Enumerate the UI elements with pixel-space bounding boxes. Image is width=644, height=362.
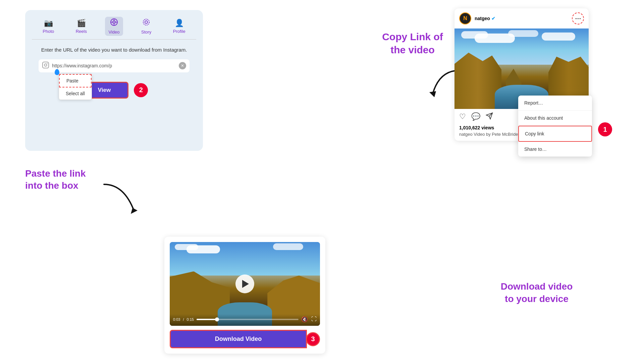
story-label: Story — [141, 29, 151, 35]
url-input-text[interactable]: https://www.instagram.com/p — [52, 63, 176, 68]
svg-rect-9 — [43, 62, 49, 68]
clear-input-btn[interactable]: ✕ — [179, 62, 186, 69]
svg-point-8 — [145, 21, 148, 23]
reels-icon: 🎬 — [77, 19, 86, 27]
play-triangle-icon — [242, 280, 249, 288]
story-icon — [142, 18, 150, 28]
dropdown-copy-link[interactable]: Copy link — [518, 126, 592, 142]
instagram-dropdown: Report… About this account Copy link Sha… — [518, 96, 592, 157]
progress-fill — [197, 319, 217, 320]
v-cloud-3 — [273, 243, 303, 250]
video-container: 0:03 / 0:15 🔇 ⛶ — [170, 242, 320, 326]
photo-label: Photo — [43, 29, 54, 34]
video-panel: 0:03 / 0:15 🔇 ⛶ Download Video 3 — [164, 237, 325, 354]
like-icon[interactable]: ♡ — [459, 112, 466, 122]
video-label: Video — [108, 29, 119, 35]
context-paste[interactable]: Paste — [59, 74, 92, 87]
tab-reels[interactable]: 🎬 Reels — [72, 17, 90, 35]
tab-profile[interactable]: 👤 Profile — [170, 17, 189, 35]
tab-video[interactable]: Video — [105, 17, 123, 36]
svg-point-10 — [44, 64, 47, 66]
instagram-panel: N natgeo ✔ ⋯ ♡ 💬 1,010,622 views natgeo … — [454, 8, 589, 141]
instagram-icon — [42, 61, 49, 70]
more-options-button[interactable]: ⋯ — [572, 12, 584, 24]
download-btn-row: Download Video 3 — [170, 330, 320, 348]
water-drop-icon — [55, 69, 59, 75]
verified-icon: ✔ — [491, 16, 495, 21]
instagram-header: N natgeo ✔ ⋯ — [454, 8, 589, 28]
download-video-button[interactable]: Download Video — [170, 330, 307, 348]
cloud-4 — [542, 33, 575, 41]
progress-thumb — [215, 317, 219, 321]
paste-link-label: Paste the link into the box — [25, 168, 102, 192]
step-1-badge: 1 — [598, 122, 612, 136]
photo-icon: 📷 — [44, 19, 53, 27]
copy-link-label: Copy Link of the video — [376, 30, 449, 56]
step-3-badge: 3 — [306, 332, 320, 346]
time-bar: 0:03 / 0:15 🔇 ⛶ — [173, 316, 317, 322]
fullscreen-icon[interactable]: ⛶ — [311, 316, 317, 322]
natgeo-avatar: N — [459, 12, 471, 24]
dropdown-about[interactable]: About this account — [518, 111, 592, 126]
svg-point-7 — [143, 19, 149, 25]
profile-icon: 👤 — [175, 19, 184, 27]
v-cloud-2 — [186, 245, 220, 253]
video-controls: 0:03 / 0:15 🔇 ⛶ — [170, 314, 320, 326]
app-panel: 📷 Photo 🎬 Reels Video — [25, 10, 203, 151]
svg-point-11 — [47, 63, 48, 63]
tab-story[interactable]: Story — [138, 17, 155, 36]
time-separator: / — [183, 317, 184, 321]
tab-photo[interactable]: 📷 Photo — [39, 17, 57, 35]
cloud-3 — [508, 30, 538, 37]
svg-marker-12 — [429, 91, 436, 97]
paste-link-arrow — [97, 181, 144, 221]
dropdown-report[interactable]: Report… — [518, 96, 592, 111]
svg-point-2 — [113, 22, 114, 23]
context-menu: Paste Select all — [59, 74, 92, 100]
mute-icon[interactable]: 🔇 — [301, 316, 308, 322]
svg-marker-15 — [131, 208, 138, 214]
download-device-label: Download video to your device — [496, 281, 577, 305]
progress-bar[interactable] — [197, 319, 299, 320]
reels-label: Reels — [76, 29, 87, 34]
url-instruction: Enter the URL of the video you want to d… — [32, 46, 196, 54]
instagram-username: natgeo ✔ — [475, 16, 569, 21]
step-2-badge: 2 — [134, 83, 148, 97]
context-select-all[interactable]: Select all — [59, 87, 92, 100]
control-icons: 🔇 ⛶ — [301, 316, 317, 322]
time-total: 0:15 — [186, 317, 194, 321]
canyon-left — [454, 53, 501, 109]
play-button[interactable] — [235, 275, 254, 293]
view-btn-row: View 2 — [32, 82, 196, 99]
share-icon[interactable] — [486, 112, 493, 122]
video-icon — [110, 18, 118, 28]
tab-bar: 📷 Photo 🎬 Reels Video — [32, 17, 196, 40]
url-input-row: https://www.instagram.com/p ✕ — [39, 59, 190, 72]
comment-icon[interactable]: 💬 — [471, 112, 480, 122]
profile-label: Profile — [173, 29, 185, 34]
dropdown-share[interactable]: Share to… — [518, 142, 592, 157]
time-current: 0:03 — [173, 317, 180, 321]
